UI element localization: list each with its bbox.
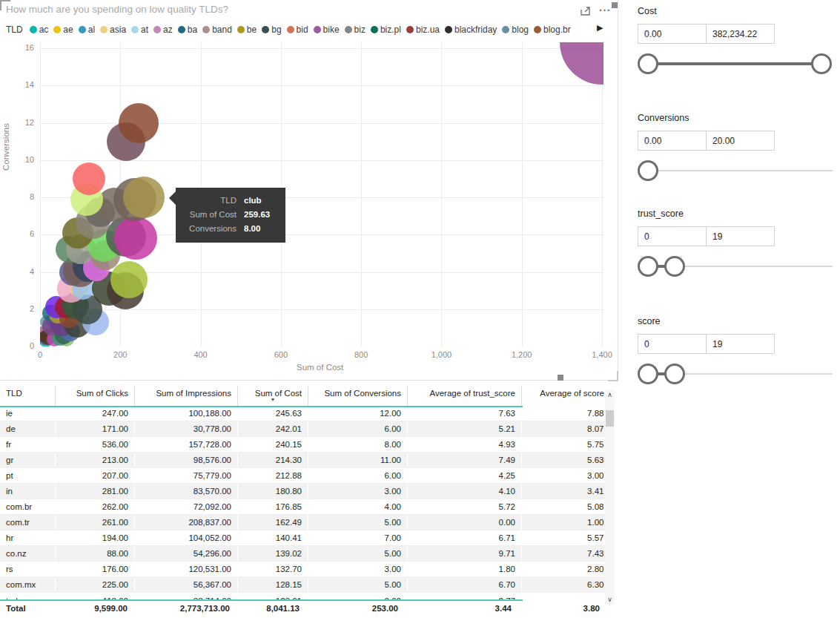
table-cell: 123.01 [238, 594, 308, 599]
table-cell: 225.00 [56, 577, 135, 593]
legend-item-az[interactable]: az [153, 24, 173, 35]
y-tick-label: 14 [9, 80, 34, 89]
legend-dot-icon [314, 26, 321, 33]
legend-item-blog[interactable]: blog [502, 24, 529, 35]
table-row[interactable]: com.mx225.0056,367.00128.155.006.706.30 [0, 577, 610, 593]
slider-track[interactable] [674, 373, 833, 375]
bubble[interactable] [119, 103, 159, 143]
table-row[interactable]: ie247.00100,188.00245.6312.007.637.88 [0, 406, 610, 421]
sort-desc-icon: ▼ [244, 398, 302, 401]
table-row[interactable]: hr194.00104,052.00140.417.006.715.57 [0, 530, 610, 546]
column-header-average-of-trust-score[interactable]: Average of trust_score [408, 386, 522, 406]
legend-dot-icon [345, 26, 352, 33]
legend-item-blackfriday[interactable]: blackfriday [445, 24, 497, 35]
legend-item-blog.br[interactable]: blog.br [534, 24, 571, 35]
slider-handle[interactable] [664, 364, 685, 384]
table-row[interactable]: in281.0083,570.00180.803.004.103.41 [0, 484, 610, 499]
slider-track[interactable] [674, 266, 833, 267]
legend-next-arrow-icon[interactable]: ▶ [597, 23, 603, 33]
legend-item-bg[interactable]: bg [262, 24, 281, 35]
range-slider[interactable] [638, 159, 832, 183]
legend-item-at[interactable]: at [131, 24, 148, 35]
legend-item-label: bid [297, 24, 308, 35]
range-slider[interactable] [638, 254, 832, 278]
resize-handle[interactable] [558, 375, 563, 381]
slider-handle[interactable] [811, 53, 832, 74]
slider-handle[interactable] [638, 160, 658, 181]
focus-mode-icon[interactable] [580, 5, 592, 17]
table-row[interactable]: pt207.0075,779.00212.886.004.253.00 [0, 468, 610, 484]
bubble[interactable] [110, 261, 148, 298]
slider-handle[interactable] [638, 256, 658, 277]
y-tick-label: 0 [9, 341, 34, 350]
legend-title: TLD [6, 24, 23, 35]
range-slider[interactable] [638, 362, 832, 386]
range-slider[interactable] [638, 52, 832, 76]
more-options-icon[interactable]: ... [599, 1, 611, 13]
legend-item-asia[interactable]: asia [100, 24, 126, 35]
slicer-min-input[interactable] [638, 334, 707, 354]
slicer-min-input[interactable] [638, 131, 707, 151]
table-cell: 2.77 [408, 594, 522, 599]
bubble[interactable] [114, 217, 157, 260]
table-row[interactable]: com.br262.0072,092.00176.854.005.725.08 [0, 499, 610, 515]
slicer-max-input[interactable] [706, 334, 775, 354]
bubble[interactable] [560, 42, 603, 85]
slider-handle[interactable] [638, 53, 658, 74]
column-header-sum-of-conversions[interactable]: Sum of Conversions [308, 386, 408, 406]
table-row[interactable]: de171.0030,778.00242.016.005.218.07 [0, 421, 610, 437]
slider-track[interactable] [647, 170, 833, 171]
table-row[interactable]: gr213.0098,576.00214.3011.007.495.63 [0, 453, 610, 468]
bubble[interactable] [73, 162, 105, 195]
slider-handle[interactable] [638, 364, 658, 384]
slicer-max-input[interactable] [706, 226, 775, 246]
slider-track[interactable] [647, 62, 821, 65]
table-row[interactable]: com.tr261.00208,837.00162.495.000.001.00 [0, 515, 610, 530]
slicer-max-input[interactable] [706, 24, 775, 44]
column-header-sum-of-cost[interactable]: Sum of Cost▼ [238, 386, 308, 406]
scroll-up-icon[interactable]: ∧ [605, 389, 615, 400]
resize-handle[interactable] [612, 2, 618, 8]
vertical-scrollbar[interactable]: ∧ ∨ [605, 389, 615, 605]
gridline [361, 42, 362, 346]
legend-item-ae[interactable]: ae [53, 24, 73, 35]
column-header-sum-of-clicks[interactable]: Sum of Clicks [56, 386, 135, 406]
scroll-down-icon[interactable]: ∨ [605, 594, 615, 605]
legend-item-bike[interactable]: bike [314, 24, 340, 35]
table-cell: hr [0, 530, 56, 546]
table-cell: fr [0, 437, 56, 453]
legend-item-ba[interactable]: ba [178, 24, 197, 35]
slicer-min-input[interactable] [638, 226, 707, 246]
table-cell: 176.85 [238, 499, 308, 515]
slicer-title: score [638, 316, 661, 326]
legend-item-al[interactable]: al [79, 24, 95, 35]
clipped-row[interactable]: today113.0033,714.00123.010.002.771.04 [0, 594, 523, 599]
x-tick-label: 200 [102, 350, 139, 359]
table-cell: 7.49 [408, 453, 522, 468]
tooltip-label: TLD [220, 194, 237, 208]
table-cell: 4.93 [408, 437, 522, 453]
legend-item-biz.pl[interactable]: biz.pl [371, 24, 401, 35]
column-header-average-of-score[interactable]: Average of score [522, 386, 611, 406]
slider-handle[interactable] [664, 256, 685, 277]
column-header-sum-of-impressions[interactable]: Sum of Impressions [135, 386, 238, 406]
legend-dot-icon [178, 26, 185, 33]
legend-item-biz.ua[interactable]: biz.ua [406, 24, 440, 35]
legend-item-ac[interactable]: ac [30, 24, 49, 35]
scrollbar-thumb[interactable] [606, 410, 614, 427]
legend-item-bid[interactable]: bid [287, 24, 308, 35]
slicer-max-input[interactable] [706, 131, 775, 151]
legend-item-band[interactable]: band [202, 24, 232, 35]
legend-item-biz[interactable]: biz [345, 24, 366, 35]
table-cell: 33,714.00 [135, 594, 238, 599]
column-header-tld[interactable]: TLD [0, 386, 56, 406]
legend-item-label: blackfriday [454, 24, 497, 35]
table-row[interactable]: fr536.00157,728.00240.158.004.935.75 [0, 437, 610, 453]
table-row[interactable]: rs176.00120,531.00132.703.001.802.80 [0, 562, 610, 577]
slicer-min-input[interactable] [638, 24, 707, 44]
tooltip-label: Conversions [189, 222, 237, 236]
table-row[interactable]: today113.0033,714.00123.010.002.771.04 [0, 594, 523, 599]
bubble[interactable] [123, 177, 165, 218]
table-row[interactable]: co.nz88.0054,296.00139.025.009.717.43 [0, 546, 610, 562]
legend-item-be[interactable]: be [237, 24, 257, 35]
